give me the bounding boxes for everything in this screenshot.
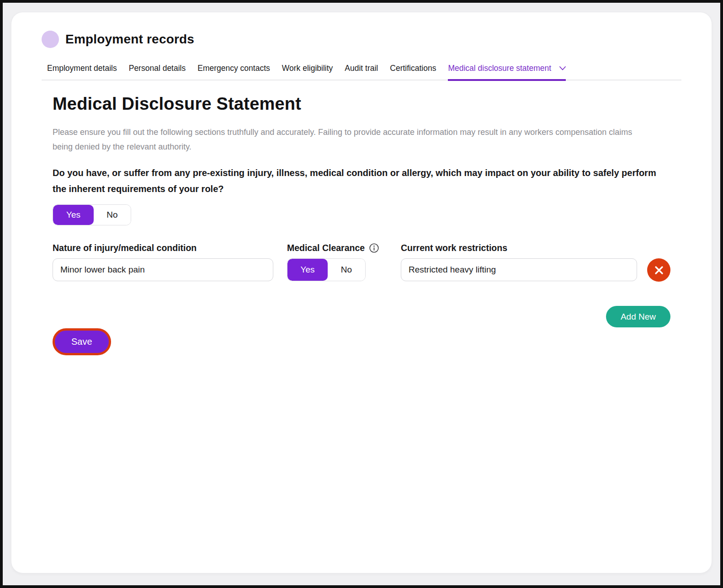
app-window: Employment records Employment details Pe… xyxy=(0,0,723,588)
tab-employment-details[interactable]: Employment details xyxy=(47,64,117,81)
work-restrictions-label: Current work restrictions xyxy=(401,242,637,254)
remove-condition-button[interactable] xyxy=(647,258,670,282)
preexisting-condition-question: Do you have, or suffer from any pre-exis… xyxy=(53,165,670,197)
tab-emergency-contacts[interactable]: Emergency contacts xyxy=(197,64,270,81)
tab-personal-details[interactable]: Personal details xyxy=(129,64,186,81)
work-restrictions-input[interactable] xyxy=(401,258,637,281)
tab-certifications[interactable]: Certifications xyxy=(390,64,436,81)
tab-medical-disclosure-statement[interactable]: Medical disclosure statement xyxy=(448,64,566,81)
card-header: Employment records xyxy=(42,31,681,48)
tab-work-eligibility[interactable]: Work eligibility xyxy=(282,64,333,81)
card-title: Employment records xyxy=(65,32,194,47)
preexisting-yes-option[interactable]: Yes xyxy=(53,205,94,225)
medical-clearance-toggle: Yes No xyxy=(287,258,366,281)
tab-audit-trail[interactable]: Audit trail xyxy=(345,64,378,81)
intro-text: Please ensure you fill out the following… xyxy=(53,125,643,154)
clearance-yes-option[interactable]: Yes xyxy=(287,259,328,281)
employment-records-card: Employment records Employment details Pe… xyxy=(11,12,712,573)
chevron-down-icon xyxy=(559,66,566,70)
record-tabs: Employment details Personal details Emer… xyxy=(42,64,681,80)
clearance-no-option[interactable]: No xyxy=(328,259,365,281)
nature-of-injury-label: Nature of injury/medical condition xyxy=(53,242,273,254)
condition-row: Nature of injury/medical condition Medic… xyxy=(53,242,670,282)
info-icon[interactable] xyxy=(369,243,379,253)
preexisting-no-option[interactable]: No xyxy=(94,205,131,225)
employee-avatar xyxy=(42,31,59,48)
close-icon xyxy=(654,265,664,275)
preexisting-condition-toggle: Yes No xyxy=(53,204,131,225)
page-title: Medical Disclosure Statement xyxy=(42,94,681,114)
save-button[interactable]: Save xyxy=(53,328,111,355)
tab-medical-disclosure-label: Medical disclosure statement xyxy=(448,64,551,73)
add-new-button[interactable]: Add New xyxy=(606,306,670,327)
medical-clearance-label: Medical Clearance xyxy=(287,243,365,253)
nature-of-injury-input[interactable] xyxy=(53,258,273,281)
